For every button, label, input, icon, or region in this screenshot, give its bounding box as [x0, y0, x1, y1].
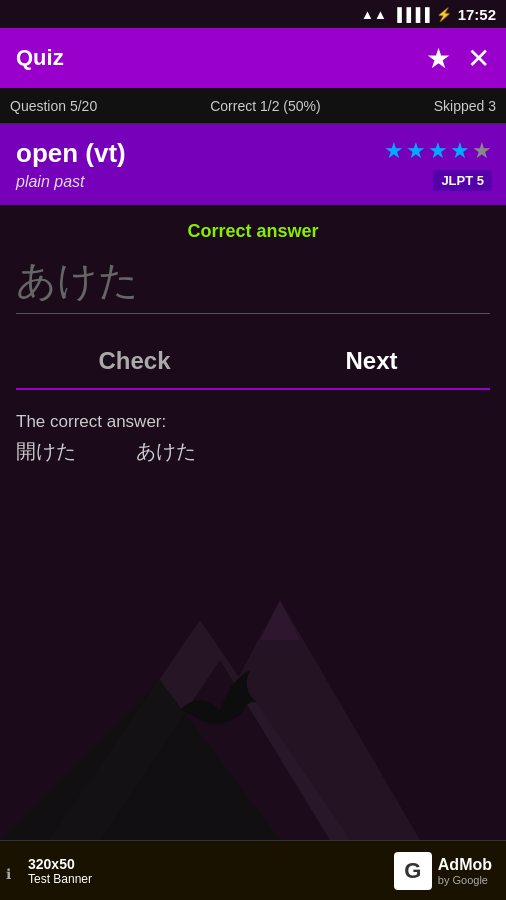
question-card: open (vt) plain past ★ ★ ★ ★ ★ JLPT 5	[0, 124, 506, 205]
correct-answer-text-section: The correct answer: 開けた あけた	[0, 406, 506, 471]
answer-input[interactable]	[16, 252, 490, 314]
admob-label: AdMob	[438, 856, 492, 874]
toolbar-star-button[interactable]: ★	[426, 42, 451, 75]
ad-size-text: 320x50	[28, 856, 92, 872]
star-5: ★	[472, 138, 492, 164]
star-3: ★	[428, 138, 448, 164]
mountain-illustration	[0, 560, 506, 840]
answer-kana: あけた	[136, 438, 196, 465]
correct-count: Correct 1/2 (50%)	[210, 98, 320, 114]
answer-kanji: 開けた	[16, 438, 76, 465]
correct-answer-heading: The correct answer:	[16, 412, 490, 432]
app-toolbar: Quiz ★ ✕	[0, 28, 506, 88]
admob-by: by Google	[438, 874, 492, 886]
wifi-icon: ▲▲	[361, 7, 387, 22]
status-bar: ▲▲ ▐▐▐▐ ⚡ 17:52	[0, 0, 506, 28]
skipped-count: Skipped 3	[434, 98, 496, 114]
answer-section: Correct answer	[0, 205, 506, 334]
star-1: ★	[384, 138, 404, 164]
ad-text-block: 320x50 Test Banner	[28, 856, 92, 886]
check-button[interactable]: Check	[16, 334, 253, 390]
question-count: Question 5/20	[10, 98, 97, 114]
progress-row: Question 5/20 Correct 1/2 (50%) Skipped …	[0, 88, 506, 124]
admob-text: AdMob by Google	[438, 856, 492, 886]
time-display: 17:52	[458, 6, 496, 23]
correct-answer-values: 開けた あけた	[16, 438, 490, 465]
ad-banner: ℹ 320x50 Test Banner G AdMob by Google	[0, 840, 506, 900]
ad-logo-area: G AdMob by Google	[394, 852, 492, 890]
jlpt-badge: JLPT 5	[433, 170, 492, 191]
button-row: Check Next	[0, 334, 506, 390]
ad-banner-text: Test Banner	[28, 872, 92, 886]
correct-answer-label: Correct answer	[16, 221, 490, 242]
stars-row: ★ ★ ★ ★ ★	[384, 138, 492, 164]
signal-icon: ▐▐▐▐	[393, 7, 430, 22]
toolbar-title: Quiz	[16, 45, 426, 71]
toolbar-close-button[interactable]: ✕	[467, 42, 490, 75]
svg-marker-4	[260, 600, 300, 640]
next-button[interactable]: Next	[253, 334, 490, 390]
info-icon: ℹ	[6, 866, 11, 882]
star-4: ★	[450, 138, 470, 164]
star-2: ★	[406, 138, 426, 164]
question-type: plain past	[16, 173, 490, 191]
admob-icon: G	[394, 852, 432, 890]
battery-icon: ⚡	[436, 7, 452, 22]
